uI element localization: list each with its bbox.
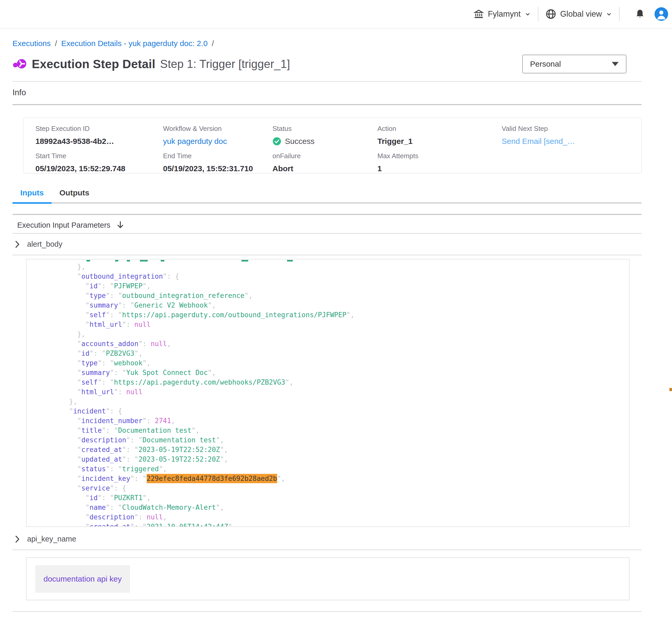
org-label: Fylamynt (488, 9, 521, 19)
clipped-text-fragment (127, 260, 130, 262)
page-title: Execution Step Detail (32, 57, 156, 71)
field-action: Action Trigger_1 (377, 125, 502, 146)
param-name: api_key_name (27, 535, 76, 543)
clipped-text-fragment (140, 260, 148, 262)
info-section-title: Info (12, 88, 642, 97)
field-label: Workflow & Version (163, 125, 272, 133)
field-value: 05/19/2023, 15:52:31.710 (163, 164, 272, 173)
chevron-down-icon (606, 11, 612, 17)
globe-icon (545, 8, 557, 20)
field-value: 18992a43-9538-4b2… (35, 137, 163, 146)
tab-bar: Inputs Outputs (12, 188, 642, 203)
field-value: Abort (272, 164, 377, 173)
divider (12, 81, 642, 82)
arrow-down-icon[interactable] (116, 221, 124, 229)
clipped-text-fragment (86, 260, 90, 262)
chevron-down-icon (524, 11, 531, 17)
param-name: alert_body (27, 240, 62, 248)
success-check-icon (272, 137, 281, 146)
clipped-text-fragment (115, 260, 118, 262)
caret-down-icon (612, 62, 618, 66)
scope-select[interactable]: Personal (522, 55, 626, 73)
org-menu[interactable]: Fylamynt (473, 9, 531, 19)
field-value: Trigger_1 (377, 137, 502, 146)
breadcrumb: Executions / Execution Details - yuk pag… (12, 39, 642, 48)
field-max-attempts: Max Attempts 1 (377, 152, 502, 173)
page-header: Execution Step Detail Step 1: Trigger [t… (12, 55, 642, 73)
workflow-link[interactable]: yuk pagerduty doc (163, 137, 272, 146)
view-menu[interactable]: Global view (545, 8, 612, 20)
field-start-time: Start Time 05/19/2023, 15:52:29.748 (35, 152, 163, 173)
clipped-text-fragment (161, 260, 164, 262)
field-label: Step Execution ID (35, 125, 163, 133)
field-label: Start Time (35, 152, 163, 160)
breadcrumb-separator: / (212, 39, 214, 48)
scrollbar-highlight-marker (669, 388, 672, 391)
field-workflow-version: Workflow & Version yuk pagerduty doc (163, 125, 272, 146)
field-label: Valid Next Step (502, 125, 629, 133)
divider (12, 214, 642, 215)
execution-input-parameters-header: Execution Input Parameters (12, 219, 642, 233)
info-card: Step Execution ID 18992a43-9538-4b2… Wor… (23, 118, 642, 173)
field-label: onFailure (272, 152, 377, 160)
field-label: Action (377, 125, 502, 133)
workflow-step-logo-icon (12, 57, 27, 71)
field-status: Status Success (272, 125, 377, 146)
api-key-name-chip[interactable]: documentation api key (35, 565, 130, 593)
code-lines: }, "outbound_integration": { "id": "PJFW… (26, 260, 629, 527)
scope-select-value: Personal (530, 60, 561, 69)
page-subtitle: Step 1: Trigger [trigger_1] (160, 58, 290, 71)
clipped-text-fragment (287, 260, 293, 262)
main-content: Executions / Execution Details - yuk pag… (0, 39, 672, 618)
status-badge: Success (285, 137, 314, 146)
field-label: End Time (163, 152, 272, 160)
breadcrumb-executions-link[interactable]: Executions (12, 39, 51, 48)
chevron-right-icon (15, 240, 20, 248)
breadcrumb-execution-details-link[interactable]: Execution Details - yuk pagerduty doc: 2… (61, 39, 207, 48)
top-bar: Fylamynt Global view (0, 0, 672, 29)
next-step-link[interactable]: Send Email [send_… (502, 137, 629, 146)
param-row-alert-body[interactable]: alert_body (12, 234, 642, 255)
field-value: 1 (377, 164, 502, 173)
tab-inputs[interactable]: Inputs (12, 188, 52, 202)
field-end-time: End Time 05/19/2023, 15:52:31.710 (163, 152, 272, 173)
param-row-api-key-name[interactable]: api_key_name (12, 528, 642, 550)
field-onfailure: onFailure Abort (272, 152, 377, 173)
chevron-right-icon (15, 535, 20, 543)
topbar-divider (538, 7, 538, 21)
field-valid-next-step: Valid Next Step Send Email [send_… (502, 125, 629, 146)
api-key-name-value-box: documentation api key (26, 557, 629, 600)
divider (12, 104, 642, 105)
field-step-execution-id: Step Execution ID 18992a43-9538-4b2… (35, 125, 163, 146)
tab-outputs[interactable]: Outputs (52, 188, 97, 202)
user-avatar[interactable] (655, 7, 668, 21)
breadcrumb-separator: / (55, 39, 57, 48)
clipped-text-fragment (241, 260, 248, 262)
notifications-bell-icon[interactable] (634, 8, 646, 20)
alert-body-json-viewer[interactable]: }, "outbound_integration": { "id": "PJFW… (26, 259, 629, 527)
topbar-divider (619, 7, 620, 21)
execution-input-parameters-title: Execution Input Parameters (17, 221, 110, 229)
view-label: Global view (560, 9, 602, 19)
field-label: Status (272, 125, 377, 133)
param-row-api-key-value[interactable]: api_key_value (12, 612, 642, 618)
bank-icon (473, 9, 484, 19)
field-value: 05/19/2023, 15:52:29.748 (35, 164, 163, 173)
field-label: Max Attempts (377, 152, 502, 160)
